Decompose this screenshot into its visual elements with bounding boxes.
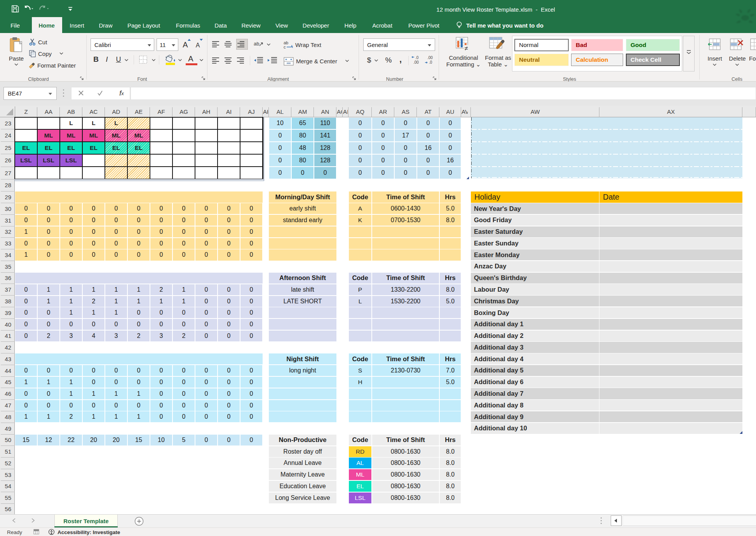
- svg-text:.00: .00: [413, 60, 419, 64]
- svg-text:ab: ab: [254, 41, 259, 47]
- svg-text:c: c: [284, 45, 286, 49]
- svg-text:.00: .00: [427, 56, 433, 60]
- svg-text:.0: .0: [415, 56, 419, 60]
- svg-text:≠: ≠: [465, 45, 468, 52]
- svg-text:.0: .0: [429, 60, 432, 64]
